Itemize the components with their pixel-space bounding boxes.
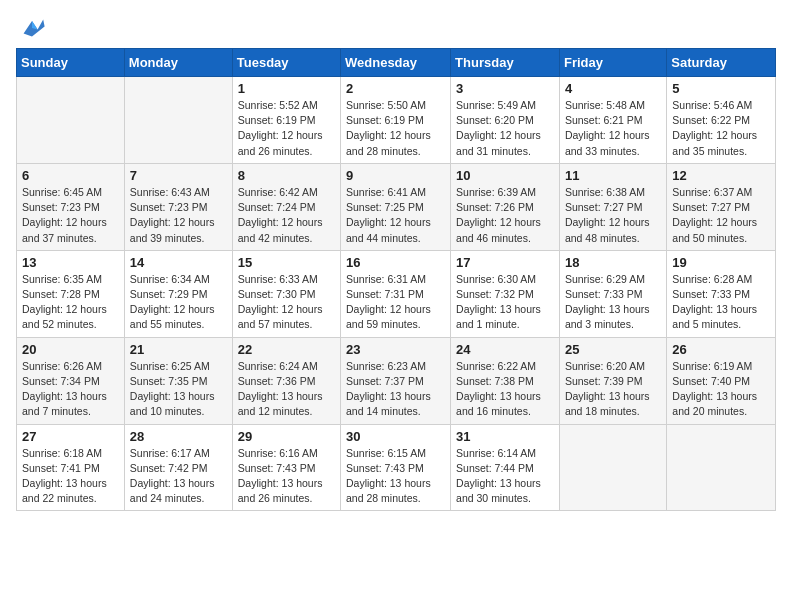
calendar-cell: 30Sunrise: 6:15 AM Sunset: 7:43 PM Dayli…	[341, 424, 451, 511]
calendar-cell: 1Sunrise: 5:52 AM Sunset: 6:19 PM Daylig…	[232, 77, 340, 164]
day-info: Sunrise: 6:16 AM Sunset: 7:43 PM Dayligh…	[238, 446, 335, 507]
day-info: Sunrise: 6:19 AM Sunset: 7:40 PM Dayligh…	[672, 359, 770, 420]
day-info: Sunrise: 6:33 AM Sunset: 7:30 PM Dayligh…	[238, 272, 335, 333]
day-number: 8	[238, 168, 335, 183]
day-info: Sunrise: 6:38 AM Sunset: 7:27 PM Dayligh…	[565, 185, 661, 246]
day-info: Sunrise: 6:15 AM Sunset: 7:43 PM Dayligh…	[346, 446, 445, 507]
day-info: Sunrise: 5:46 AM Sunset: 6:22 PM Dayligh…	[672, 98, 770, 159]
day-number: 25	[565, 342, 661, 357]
day-info: Sunrise: 6:41 AM Sunset: 7:25 PM Dayligh…	[346, 185, 445, 246]
calendar-week-row: 27Sunrise: 6:18 AM Sunset: 7:41 PM Dayli…	[17, 424, 776, 511]
logo	[16, 14, 46, 42]
logo-bird-icon	[18, 14, 46, 42]
day-number: 23	[346, 342, 445, 357]
day-number: 17	[456, 255, 554, 270]
weekday-header-row: SundayMondayTuesdayWednesdayThursdayFrid…	[17, 49, 776, 77]
calendar-cell: 23Sunrise: 6:23 AM Sunset: 7:37 PM Dayli…	[341, 337, 451, 424]
day-info: Sunrise: 6:30 AM Sunset: 7:32 PM Dayligh…	[456, 272, 554, 333]
day-info: Sunrise: 6:25 AM Sunset: 7:35 PM Dayligh…	[130, 359, 227, 420]
day-info: Sunrise: 5:50 AM Sunset: 6:19 PM Dayligh…	[346, 98, 445, 159]
day-info: Sunrise: 6:45 AM Sunset: 7:23 PM Dayligh…	[22, 185, 119, 246]
weekday-header-thursday: Thursday	[451, 49, 560, 77]
calendar-week-row: 6Sunrise: 6:45 AM Sunset: 7:23 PM Daylig…	[17, 163, 776, 250]
calendar-cell: 28Sunrise: 6:17 AM Sunset: 7:42 PM Dayli…	[124, 424, 232, 511]
day-number: 5	[672, 81, 770, 96]
calendar-cell: 3Sunrise: 5:49 AM Sunset: 6:20 PM Daylig…	[451, 77, 560, 164]
day-number: 15	[238, 255, 335, 270]
day-number: 30	[346, 429, 445, 444]
day-number: 31	[456, 429, 554, 444]
day-info: Sunrise: 5:48 AM Sunset: 6:21 PM Dayligh…	[565, 98, 661, 159]
calendar-cell: 18Sunrise: 6:29 AM Sunset: 7:33 PM Dayli…	[559, 250, 666, 337]
day-info: Sunrise: 6:34 AM Sunset: 7:29 PM Dayligh…	[130, 272, 227, 333]
calendar-cell: 25Sunrise: 6:20 AM Sunset: 7:39 PM Dayli…	[559, 337, 666, 424]
calendar-cell: 19Sunrise: 6:28 AM Sunset: 7:33 PM Dayli…	[667, 250, 776, 337]
day-info: Sunrise: 6:24 AM Sunset: 7:36 PM Dayligh…	[238, 359, 335, 420]
day-info: Sunrise: 6:17 AM Sunset: 7:42 PM Dayligh…	[130, 446, 227, 507]
day-number: 2	[346, 81, 445, 96]
day-info: Sunrise: 5:52 AM Sunset: 6:19 PM Dayligh…	[238, 98, 335, 159]
calendar-cell: 13Sunrise: 6:35 AM Sunset: 7:28 PM Dayli…	[17, 250, 125, 337]
weekday-header-wednesday: Wednesday	[341, 49, 451, 77]
day-info: Sunrise: 6:14 AM Sunset: 7:44 PM Dayligh…	[456, 446, 554, 507]
weekday-header-sunday: Sunday	[17, 49, 125, 77]
day-info: Sunrise: 6:26 AM Sunset: 7:34 PM Dayligh…	[22, 359, 119, 420]
calendar-cell	[17, 77, 125, 164]
weekday-header-friday: Friday	[559, 49, 666, 77]
calendar-week-row: 1Sunrise: 5:52 AM Sunset: 6:19 PM Daylig…	[17, 77, 776, 164]
day-number: 24	[456, 342, 554, 357]
day-number: 7	[130, 168, 227, 183]
calendar-table: SundayMondayTuesdayWednesdayThursdayFrid…	[16, 48, 776, 511]
day-number: 13	[22, 255, 119, 270]
day-number: 20	[22, 342, 119, 357]
day-info: Sunrise: 6:28 AM Sunset: 7:33 PM Dayligh…	[672, 272, 770, 333]
calendar-cell: 27Sunrise: 6:18 AM Sunset: 7:41 PM Dayli…	[17, 424, 125, 511]
day-info: Sunrise: 6:43 AM Sunset: 7:23 PM Dayligh…	[130, 185, 227, 246]
day-info: Sunrise: 6:42 AM Sunset: 7:24 PM Dayligh…	[238, 185, 335, 246]
calendar-cell	[559, 424, 666, 511]
day-number: 29	[238, 429, 335, 444]
weekday-header-monday: Monday	[124, 49, 232, 77]
header	[16, 10, 776, 42]
calendar-week-row: 20Sunrise: 6:26 AM Sunset: 7:34 PM Dayli…	[17, 337, 776, 424]
day-number: 21	[130, 342, 227, 357]
day-number: 27	[22, 429, 119, 444]
day-number: 3	[456, 81, 554, 96]
day-info: Sunrise: 6:35 AM Sunset: 7:28 PM Dayligh…	[22, 272, 119, 333]
day-info: Sunrise: 5:49 AM Sunset: 6:20 PM Dayligh…	[456, 98, 554, 159]
calendar-cell: 21Sunrise: 6:25 AM Sunset: 7:35 PM Dayli…	[124, 337, 232, 424]
day-info: Sunrise: 6:37 AM Sunset: 7:27 PM Dayligh…	[672, 185, 770, 246]
calendar-cell: 29Sunrise: 6:16 AM Sunset: 7:43 PM Dayli…	[232, 424, 340, 511]
day-number: 14	[130, 255, 227, 270]
day-number: 16	[346, 255, 445, 270]
calendar-cell: 2Sunrise: 5:50 AM Sunset: 6:19 PM Daylig…	[341, 77, 451, 164]
calendar-cell	[124, 77, 232, 164]
day-number: 28	[130, 429, 227, 444]
calendar-cell: 4Sunrise: 5:48 AM Sunset: 6:21 PM Daylig…	[559, 77, 666, 164]
calendar-cell: 24Sunrise: 6:22 AM Sunset: 7:38 PM Dayli…	[451, 337, 560, 424]
calendar-cell: 31Sunrise: 6:14 AM Sunset: 7:44 PM Dayli…	[451, 424, 560, 511]
calendar-cell: 16Sunrise: 6:31 AM Sunset: 7:31 PM Dayli…	[341, 250, 451, 337]
day-info: Sunrise: 6:39 AM Sunset: 7:26 PM Dayligh…	[456, 185, 554, 246]
calendar-cell: 11Sunrise: 6:38 AM Sunset: 7:27 PM Dayli…	[559, 163, 666, 250]
weekday-header-saturday: Saturday	[667, 49, 776, 77]
day-number: 22	[238, 342, 335, 357]
calendar-cell: 26Sunrise: 6:19 AM Sunset: 7:40 PM Dayli…	[667, 337, 776, 424]
calendar-cell: 7Sunrise: 6:43 AM Sunset: 7:23 PM Daylig…	[124, 163, 232, 250]
day-number: 26	[672, 342, 770, 357]
calendar-cell	[667, 424, 776, 511]
svg-marker-1	[32, 21, 38, 29]
calendar-cell: 10Sunrise: 6:39 AM Sunset: 7:26 PM Dayli…	[451, 163, 560, 250]
day-number: 4	[565, 81, 661, 96]
calendar-cell: 17Sunrise: 6:30 AM Sunset: 7:32 PM Dayli…	[451, 250, 560, 337]
calendar-week-row: 13Sunrise: 6:35 AM Sunset: 7:28 PM Dayli…	[17, 250, 776, 337]
calendar-cell: 12Sunrise: 6:37 AM Sunset: 7:27 PM Dayli…	[667, 163, 776, 250]
day-number: 6	[22, 168, 119, 183]
day-number: 1	[238, 81, 335, 96]
day-number: 10	[456, 168, 554, 183]
calendar-cell: 14Sunrise: 6:34 AM Sunset: 7:29 PM Dayli…	[124, 250, 232, 337]
calendar-cell: 9Sunrise: 6:41 AM Sunset: 7:25 PM Daylig…	[341, 163, 451, 250]
day-number: 19	[672, 255, 770, 270]
day-number: 18	[565, 255, 661, 270]
page: SundayMondayTuesdayWednesdayThursdayFrid…	[0, 0, 792, 612]
